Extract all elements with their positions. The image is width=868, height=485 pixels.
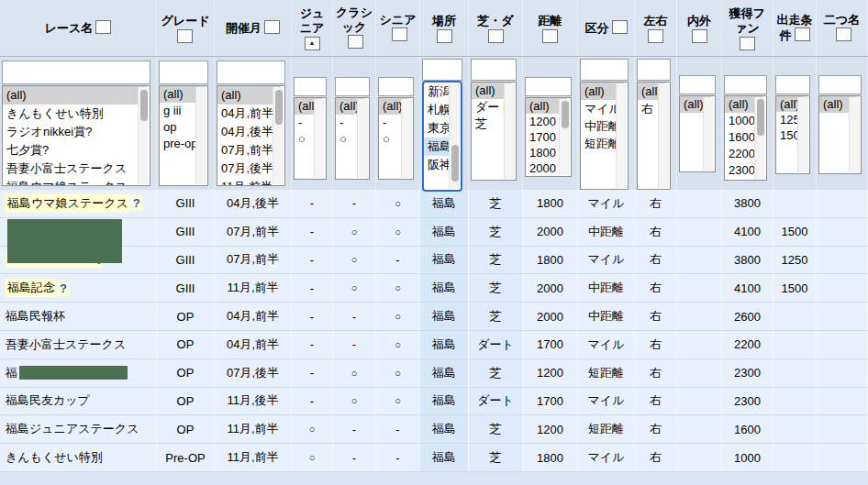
filter-option-month[interactable]: (all): [217, 86, 281, 105]
filter-listbox-classic[interactable]: (all)-○: [335, 97, 370, 180]
fans-value: 1000: [734, 451, 761, 465]
filter-listbox-nickname[interactable]: (all): [818, 95, 862, 174]
junior-cell: -: [292, 247, 333, 275]
filter-input-race[interactable]: [2, 61, 150, 84]
checkbox-fans[interactable]: [740, 37, 755, 50]
grade-cell: OP: [157, 388, 215, 416]
filter-input-grade[interactable]: [159, 61, 208, 84]
nickname-cell: [817, 444, 868, 472]
race-help-link[interactable]: ?: [58, 281, 69, 296]
direction-value: 右: [650, 195, 662, 212]
month-cell: 11月,後半: [215, 388, 292, 416]
fans-value: 2300: [734, 366, 761, 380]
classic-value: -: [352, 196, 356, 210]
filter-listbox-grade[interactable]: (all)g iiioppre-op: [159, 85, 208, 186]
filter-listbox-month[interactable]: (all)04月,前半04月,後半07月,前半07月,後半11月,前半: [217, 85, 285, 186]
checkbox-distance[interactable]: [542, 29, 558, 43]
month-value: 11月,前半: [227, 421, 278, 437]
sort-button-junior[interactable]: ▲: [305, 37, 320, 50]
filter-input-place[interactable]: [422, 59, 462, 81]
listbox-scrollbar-thumb[interactable]: [140, 90, 148, 121]
checkbox-direction[interactable]: [648, 29, 663, 43]
checkbox-condition[interactable]: [795, 28, 810, 41]
filter-input-category[interactable]: [580, 59, 629, 81]
senior-cell: ○: [376, 274, 420, 303]
fans-value: 1600: [734, 423, 761, 436]
checkbox-nickname[interactable]: [836, 28, 851, 41]
filter-option-race[interactable]: 吾妻小富士ステークス: [3, 160, 150, 178]
filter-input-distance[interactable]: [525, 77, 572, 96]
filter-input-senior[interactable]: [378, 77, 414, 96]
filter-listbox-condition[interactable]: (all)12501500: [775, 95, 810, 174]
checkbox-senior[interactable]: [392, 28, 407, 41]
filter-option-race[interactable]: (all): [3, 86, 146, 105]
filter-input-nickname[interactable]: [818, 75, 862, 94]
table-row: ?GIII07月,前半-○-福島芝1800マイル右38001250: [0, 247, 868, 275]
place-cell: 福島: [420, 190, 469, 218]
filter-option-race[interactable]: 七夕賞?: [3, 141, 150, 160]
filter-listbox-race[interactable]: (all)きんもくせい特別ラジオnikkei賞?七夕賞?吾妻小富士ステークス福島…: [2, 85, 150, 186]
race-help-link[interactable]: ?: [131, 195, 142, 211]
surface-value: 芝: [490, 280, 502, 296]
filter-input-direction[interactable]: [637, 59, 671, 81]
checkbox-grade[interactable]: [177, 29, 193, 43]
filter-input-classic[interactable]: [335, 77, 370, 96]
table-row: GIII07月,前半-○○福島芝2000中距離右41001500: [0, 218, 868, 247]
filter-option-race[interactable]: きんもくせい特別: [3, 105, 150, 123]
filter-listbox-surface[interactable]: (all)ダート芝: [471, 82, 517, 181]
listbox-scrollbar-thumb[interactable]: [451, 145, 459, 182]
filter-listbox-category[interactable]: (all)マイル中距離短距離: [580, 82, 629, 190]
listbox-scrollbar-thumb[interactable]: [562, 101, 569, 128]
filter-listbox-place[interactable]: 新潟札幌東京福島阪神: [422, 81, 462, 192]
direction-cell: 右: [635, 331, 677, 359]
listbox-scrollbar-track[interactable]: [703, 97, 714, 171]
senior-cell: ○: [376, 190, 420, 218]
listbox-scrollbar-track[interactable]: [849, 97, 860, 172]
filter-listbox-senior[interactable]: (all)-○: [378, 97, 414, 180]
listbox-scrollbar-track[interactable]: [314, 99, 325, 178]
inout-cell: [677, 388, 722, 416]
filter-option-race[interactable]: 福島ウマ娘ステークス: [3, 178, 150, 186]
checkbox-inout[interactable]: [692, 29, 707, 43]
column-header-nickname: 二つ名: [817, 0, 868, 56]
checkbox-place[interactable]: [437, 29, 452, 43]
filter-listbox-distance[interactable]: (all)1200170018002000: [525, 97, 572, 177]
table-row: 福島記念?GIII11月,前半-○○福島芝2000中距離右41001500: [0, 274, 868, 303]
surface-cell: 芝: [469, 359, 523, 388]
filter-input-month[interactable]: [217, 61, 285, 84]
listbox-scrollbar-track[interactable]: [616, 83, 627, 188]
distance-cell: 1700: [523, 388, 578, 416]
filter-input-fans[interactable]: [724, 75, 767, 94]
filter-option-race[interactable]: ラジオnikkei賞?: [3, 123, 150, 141]
filter-listbox-direction[interactable]: (all)右: [637, 82, 671, 190]
checkbox-month[interactable]: [264, 20, 280, 34]
filter-listbox-junior[interactable]: (all)-○: [294, 97, 327, 180]
month-value: 07月,後半: [227, 365, 279, 381]
filter-listbox-fans[interactable]: (all)1000160022002300: [724, 95, 767, 181]
filter-row: (all)きんもくせい特別ラジオnikkei賞?七夕賞?吾妻小富士ステークス福島…: [0, 57, 868, 190]
listbox-scrollbar-thumb[interactable]: [275, 90, 283, 125]
listbox-scrollbar-track[interactable]: [504, 83, 515, 179]
listbox-scrollbar-track[interactable]: [658, 83, 669, 188]
filter-input-inout[interactable]: [679, 75, 716, 94]
checkbox-race[interactable]: [95, 20, 111, 34]
filter-listbox-inout[interactable]: (all): [679, 95, 716, 172]
fans-value: 2300: [734, 394, 761, 408]
listbox-scrollbar-track[interactable]: [401, 99, 412, 178]
table-row: きんもくせい特別Pre-OP11月,前半○--福島芝1800マイル右1000: [0, 444, 868, 472]
checkbox-category[interactable]: [612, 20, 628, 34]
filter-input-surface[interactable]: [471, 59, 517, 81]
checkbox-surface[interactable]: [488, 29, 504, 43]
fans-value: 4100: [734, 281, 761, 295]
filter-input-junior[interactable]: [294, 77, 327, 96]
inout-cell: [677, 415, 722, 444]
filter-input-condition[interactable]: [775, 75, 810, 94]
listbox-scrollbar-track[interactable]: [195, 87, 206, 184]
column-label-fans: 獲得ファン: [729, 6, 765, 35]
surface-value: 芝: [490, 449, 502, 466]
listbox-scrollbar-track[interactable]: [357, 99, 368, 178]
place-value: 福島: [432, 308, 456, 325]
listbox-scrollbar-track[interactable]: [797, 97, 808, 172]
checkbox-classic[interactable]: [348, 35, 363, 49]
listbox-scrollbar-thumb[interactable]: [757, 99, 764, 136]
